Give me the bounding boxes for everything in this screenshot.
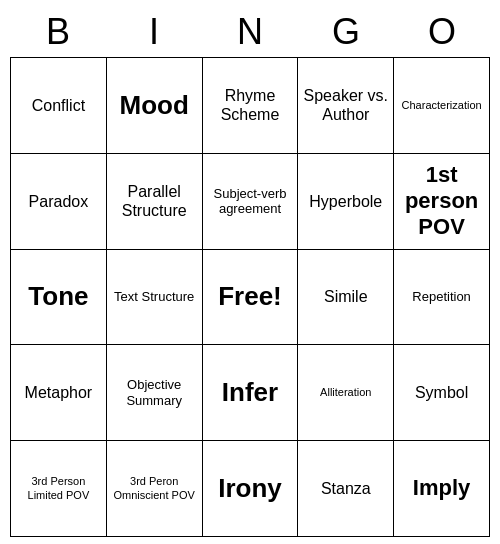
cell-text-2-3: Simile (324, 287, 368, 306)
cell-text-0-3: Speaker vs. Author (302, 86, 389, 124)
cell-text-1-2: Subject-verb agreement (207, 186, 294, 217)
cell-text-0-0: Conflict (32, 96, 85, 115)
cell-text-0-4: Characterization (402, 99, 482, 112)
cell-text-4-1: 3rd Peron Omniscient POV (111, 475, 198, 501)
cell-text-0-2: Rhyme Scheme (207, 86, 294, 124)
bingo-cell-0-2[interactable]: Rhyme Scheme (203, 58, 299, 154)
header-letter-G: G (298, 7, 394, 57)
cell-text-4-2: Irony (218, 473, 282, 504)
cell-text-1-0: Paradox (29, 192, 89, 211)
bingo-card: BINGO ConflictMoodRhyme SchemeSpeaker vs… (10, 7, 490, 537)
bingo-cell-2-2[interactable]: Free! (203, 250, 299, 346)
bingo-cell-1-4[interactable]: 1st person POV (394, 154, 490, 250)
bingo-cell-2-3[interactable]: Simile (298, 250, 394, 346)
cell-text-2-2: Free! (218, 281, 282, 312)
bingo-cell-3-0[interactable]: Metaphor (11, 345, 107, 441)
cell-text-2-0: Tone (28, 281, 88, 312)
bingo-cell-1-2[interactable]: Subject-verb agreement (203, 154, 299, 250)
cell-text-4-0: 3rd Person Limited POV (15, 475, 102, 501)
header-letter-I: I (106, 7, 202, 57)
cell-text-3-3: Alliteration (320, 386, 371, 399)
header-letter-B: B (10, 7, 106, 57)
bingo-cell-2-1[interactable]: Text Structure (107, 250, 203, 346)
bingo-cell-3-3[interactable]: Alliteration (298, 345, 394, 441)
bingo-cell-4-0[interactable]: 3rd Person Limited POV (11, 441, 107, 537)
bingo-cell-3-4[interactable]: Symbol (394, 345, 490, 441)
bingo-cell-4-2[interactable]: Irony (203, 441, 299, 537)
cell-text-1-4: 1st person POV (398, 162, 485, 241)
cell-text-2-1: Text Structure (114, 289, 194, 305)
bingo-cell-1-3[interactable]: Hyperbole (298, 154, 394, 250)
cell-text-3-1: Objective Summary (111, 377, 198, 408)
bingo-cell-1-1[interactable]: Parallel Structure (107, 154, 203, 250)
cell-text-0-1: Mood (120, 90, 189, 121)
bingo-cell-0-1[interactable]: Mood (107, 58, 203, 154)
bingo-cell-2-0[interactable]: Tone (11, 250, 107, 346)
bingo-cell-2-4[interactable]: Repetition (394, 250, 490, 346)
bingo-cell-0-4[interactable]: Characterization (394, 58, 490, 154)
bingo-cell-1-0[interactable]: Paradox (11, 154, 107, 250)
cell-text-3-4: Symbol (415, 383, 468, 402)
bingo-cell-4-4[interactable]: Imply (394, 441, 490, 537)
bingo-cell-4-1[interactable]: 3rd Peron Omniscient POV (107, 441, 203, 537)
cell-text-2-4: Repetition (412, 289, 471, 305)
bingo-header: BINGO (10, 7, 490, 57)
bingo-cell-3-1[interactable]: Objective Summary (107, 345, 203, 441)
bingo-grid: ConflictMoodRhyme SchemeSpeaker vs. Auth… (10, 57, 490, 537)
header-letter-N: N (202, 7, 298, 57)
header-letter-O: O (394, 7, 490, 57)
bingo-cell-0-3[interactable]: Speaker vs. Author (298, 58, 394, 154)
cell-text-3-0: Metaphor (25, 383, 93, 402)
cell-text-1-1: Parallel Structure (111, 182, 198, 220)
cell-text-4-3: Stanza (321, 479, 371, 498)
cell-text-1-3: Hyperbole (309, 192, 382, 211)
bingo-cell-3-2[interactable]: Infer (203, 345, 299, 441)
bingo-cell-4-3[interactable]: Stanza (298, 441, 394, 537)
bingo-cell-0-0[interactable]: Conflict (11, 58, 107, 154)
cell-text-3-2: Infer (222, 377, 278, 408)
cell-text-4-4: Imply (413, 475, 470, 501)
